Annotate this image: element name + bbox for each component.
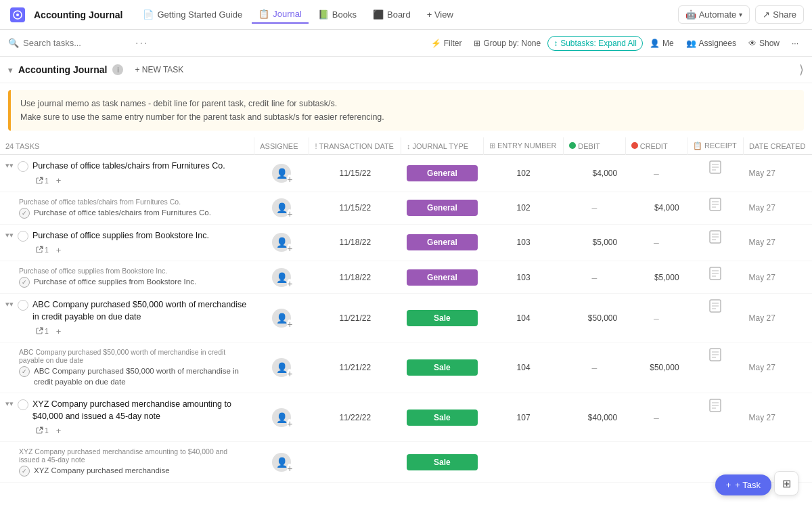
th-entry-number[interactable]: ⊞ENTRY NUMBER: [483, 137, 563, 155]
subtask-checkbox[interactable]: ✓: [19, 466, 30, 477]
subtask-link-icon[interactable]: 1: [32, 175, 51, 186]
journal-badge[interactable]: Sale: [407, 310, 478, 326]
avatar[interactable]: 👤 +: [272, 408, 291, 427]
th-receipt[interactable]: 📋RECEIPT: [687, 137, 744, 155]
nav-item-journal[interactable]: 📋 Journal: [252, 5, 309, 24]
subtask-journal-badge[interactable]: Sale: [407, 454, 478, 470]
show-button[interactable]: 👁 Show: [743, 36, 785, 51]
subtask-assignee-cell: 👤 +: [254, 192, 309, 224]
subtask-checkbox[interactable]: ✓: [19, 208, 30, 219]
subtask-journal-badge[interactable]: General: [407, 200, 478, 216]
subtask-receipt-cell[interactable]: [687, 442, 744, 453]
expand-toggle[interactable]: ▾▾: [5, 231, 14, 240]
subtask-receipt-cell[interactable]: [687, 192, 744, 217]
subtask-entry-cell: 103: [483, 261, 563, 294]
add-subtask-button[interactable]: +: [54, 245, 64, 255]
task-checkbox[interactable]: [18, 161, 28, 172]
add-subtask-button[interactable]: +: [54, 326, 64, 336]
journal-badge[interactable]: Sale: [407, 410, 478, 426]
add-subtask-button[interactable]: +: [54, 426, 64, 436]
me-button[interactable]: 👤 Me: [644, 36, 679, 51]
subtask-checkbox[interactable]: ✓: [19, 277, 30, 288]
receipt-cell[interactable]: [687, 155, 744, 179]
nav-item-view[interactable]: + View: [420, 6, 460, 23]
automate-button[interactable]: 🤖 Automate ▾: [678, 5, 750, 24]
more-options-icon[interactable]: ···: [135, 37, 148, 49]
table-row: ▾▾ Purchase of office tables/chairs from…: [0, 155, 812, 192]
subtask-avatar[interactable]: 👤 +: [272, 268, 291, 287]
subtask-name-cell: ABC Company purchased $50,000 worth of m…: [0, 342, 254, 393]
subtask-checkbox[interactable]: ✓: [19, 366, 30, 377]
more-toolbar-button[interactable]: ···: [786, 36, 804, 51]
th-journal-type[interactable]: ↕JOURNAL TYPE: [401, 137, 484, 155]
expand-toggle[interactable]: ▾▾: [5, 399, 14, 408]
nav-item-board[interactable]: ⬛ Board: [366, 6, 418, 23]
subtask-link-icon[interactable]: 1: [32, 244, 51, 255]
journal-badge[interactable]: General: [407, 234, 478, 250]
expand-toggle[interactable]: ▾▾: [5, 300, 14, 309]
nav-item-getting-started[interactable]: 📄 Getting Started Guide: [136, 6, 249, 23]
info-icon[interactable]: i: [112, 64, 123, 75]
subtask-date-cell: [309, 442, 401, 483]
search-input[interactable]: [23, 38, 131, 48]
subtask-avatar[interactable]: 👤 +: [272, 358, 291, 377]
avatar[interactable]: 👤 +: [272, 309, 291, 328]
collapse-icon[interactable]: ▾: [8, 65, 13, 75]
subtask-link-icon[interactable]: 1: [32, 326, 51, 336]
subtask-credit-cell: $50,000: [625, 342, 687, 393]
person-icon: 👤: [276, 313, 288, 324]
subtask-mini-label: Purchase of office supplies from Booksto…: [19, 267, 249, 275]
subtask-avatar[interactable]: 👤 +: [272, 198, 291, 217]
assignees-button[interactable]: 👥 Assignees: [681, 36, 742, 51]
subtask-assignee-cell: 👤 +: [254, 342, 309, 393]
subtask-date-created-cell: May 27: [744, 192, 812, 224]
task-name: Purchase of office tables/chairs from Fu…: [32, 160, 225, 173]
subtask-name: Purchase of office tables/chairs from Fu…: [34, 207, 211, 218]
subtask-journal-badge[interactable]: Sale: [407, 359, 478, 376]
subtask-name: Purchase of office supplies from Booksto…: [34, 276, 196, 287]
table-row: ▾▾ ABC Company purchased $50,000 worth o…: [0, 294, 812, 342]
subtasks-expand-button[interactable]: ↕ Subtasks: Expand All: [547, 36, 643, 51]
task-name-cell: ▾▾ ABC Company purchased $50,000 worth o…: [0, 294, 254, 342]
expand-toggle[interactable]: ▾▾: [5, 161, 14, 170]
share-button[interactable]: ↗ Share: [755, 5, 804, 24]
table-row: Purchase of office supplies from Booksto…: [0, 261, 812, 294]
subtask-receipt-cell[interactable]: [687, 342, 744, 367]
grid-view-fab[interactable]: ⊞: [774, 471, 798, 483]
table-row: ▾▾ XYZ Company purchased merchandise amo…: [0, 393, 812, 442]
th-debit[interactable]: DEBIT: [564, 137, 625, 155]
filter-button[interactable]: ⚡ Filter: [426, 36, 468, 51]
th-credit[interactable]: CREDIT: [625, 137, 687, 155]
debit-cell: $5,000: [564, 224, 625, 261]
filter-icon: ⚡: [431, 39, 441, 48]
avatar[interactable]: 👤 +: [272, 233, 291, 252]
table-row: ABC Company purchased $50,000 worth of m…: [0, 342, 812, 393]
section-header: ▾ Accounting Journal i + NEW TASK ⟩: [0, 57, 812, 83]
receipt-cell[interactable]: [687, 393, 744, 418]
section-expand-button[interactable]: ⟩: [799, 62, 804, 77]
credit-cell: –: [625, 294, 687, 342]
journal-badge[interactable]: General: [407, 165, 478, 181]
subtask-avatar[interactable]: 👤 +: [272, 453, 291, 472]
th-transaction-date[interactable]: !TRANSACTION DATE: [309, 137, 401, 155]
add-task-fab[interactable]: + + Task: [715, 474, 771, 483]
nav-item-books[interactable]: 📗 Books: [311, 6, 363, 23]
receipt-cell[interactable]: [687, 294, 744, 318]
task-checkbox[interactable]: [18, 399, 28, 410]
th-date-created[interactable]: DATE CREATED: [744, 137, 812, 155]
subtask-receipt-cell[interactable]: [687, 261, 744, 286]
receipt-cell[interactable]: [687, 225, 744, 249]
journal-type-cell: General: [401, 155, 484, 192]
task-checkbox[interactable]: [18, 231, 28, 242]
avatar[interactable]: 👤 +: [272, 164, 291, 183]
search-bar: 🔍 ··· ⚡ Filter ⊞ Group by: None ↕ Subtas…: [0, 30, 812, 57]
people-icon: 👥: [686, 39, 696, 48]
th-assignee[interactable]: ASSIGNEE: [254, 137, 309, 155]
group-by-button[interactable]: ⊞ Group by: None: [468, 36, 546, 51]
add-subtask-button[interactable]: +: [54, 175, 64, 185]
tasks-table: 24 TASKS ASSIGNEE !TRANSACTION DATE ↕JOU…: [0, 137, 812, 483]
subtask-journal-badge[interactable]: General: [407, 269, 478, 286]
task-checkbox[interactable]: [18, 300, 28, 311]
new-task-button[interactable]: + NEW TASK: [129, 62, 189, 77]
subtask-link-icon[interactable]: 1: [32, 425, 51, 436]
